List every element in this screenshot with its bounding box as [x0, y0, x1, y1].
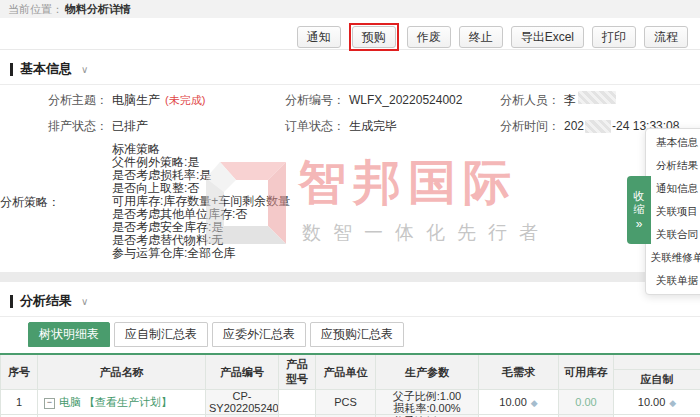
- info-row: 排产状态： 已排产 订单状态： 生成完毕 分析时间： 202-24 13:33:…: [0, 117, 700, 135]
- tab-self-make-summary[interactable]: 应自制汇总表: [114, 322, 208, 347]
- analysis-result-section-title: 分析结果: [20, 292, 72, 310]
- double-arrow-right-icon: »: [636, 218, 643, 230]
- prepurchase-button[interactable]: 预购: [352, 26, 396, 48]
- table-row: 1 −电脑 【查看生产计划】 CP-SY2022052400 PCS 父子比例:…: [1, 390, 700, 415]
- field-schedule-status: 排产状态： 已排产: [0, 117, 285, 135]
- field-value: 已排产: [112, 117, 148, 135]
- cell-no: 1: [1, 390, 38, 415]
- col-header-avail: 可用库存: [559, 354, 614, 390]
- tab-tree-detail[interactable]: 树状明细表: [28, 322, 110, 347]
- cell-production-params: 父子比例:1.00损耗率:0.00%: [376, 390, 479, 415]
- anchor-menu: 基本信息 分析结果 通知信息 关联项目 关联合同 关联维修单 关联单据: [645, 128, 700, 295]
- col-header-unit: 产品单位: [316, 354, 376, 390]
- field-value: 李: [564, 91, 576, 109]
- col-header-self-make: 应自制: [614, 370, 700, 390]
- masked-text: [578, 91, 616, 104]
- cell-product-model: [279, 390, 316, 415]
- field-strategy: 分析策略： 标准策略 父件例外策略:是 是否考虑损耗率:是 是否向上取整:否 可…: [0, 143, 700, 260]
- section-bar: [10, 295, 13, 308]
- diamond-icon[interactable]: ◆: [669, 398, 676, 408]
- col-group-header: [614, 354, 700, 370]
- tab-outsource-summary[interactable]: 应委外汇总表: [212, 322, 306, 347]
- menu-item-related-documents[interactable]: 关联单据: [646, 269, 700, 292]
- terminate-button[interactable]: 终止: [459, 26, 503, 48]
- page-title: 物料分析详情: [65, 3, 131, 15]
- masked-text: [585, 120, 611, 133]
- field-code: 分析编号： WLFX_20220524002: [285, 91, 480, 109]
- strategy-lines: 标准策略 父件例外策略:是 是否考虑损耗率:是 是否向上取整:否 可用库存:库存…: [112, 143, 290, 260]
- table-header-row: 序号 产品名称 产品编号 产品型号 产品单位 生产参数 毛需求 可用库存: [1, 354, 700, 370]
- menu-item-notify-info[interactable]: 通知信息: [646, 177, 700, 200]
- action-toolbar: 通知预购作废终止导出Excel打印流程: [0, 18, 700, 50]
- menu-item-related-contract[interactable]: 关联合同: [646, 223, 700, 246]
- field-label: 分析编号：: [285, 91, 345, 109]
- analysis-result-table: 序号 产品名称 产品编号 产品型号 产品单位 生产参数 毛需求 可用库存 应自制…: [0, 353, 700, 417]
- col-header-model: 产品型号: [279, 354, 316, 390]
- menu-item-related-project[interactable]: 关联项目: [646, 200, 700, 223]
- panel-gap: [0, 272, 700, 282]
- cell-product-code: CP-SY2022052400: [206, 390, 279, 415]
- material-analysis-detail-page: 当前位置：物料分析详情 通知预购作废终止导出Excel打印流程 基本信息 ∨ 分…: [0, 0, 700, 417]
- product-link[interactable]: 电脑: [59, 396, 81, 408]
- export-excel-button[interactable]: 导出Excel: [511, 26, 584, 48]
- basic-info-section-title: 基本信息: [20, 60, 72, 78]
- cell-product-name: −电脑 【查看生产计划】: [38, 390, 206, 415]
- unfinished-badge: (未完成): [165, 91, 205, 109]
- col-header-no: 序号: [1, 354, 38, 390]
- field-value: 生成完毕: [349, 117, 397, 135]
- col-header-gross: 毛需求: [479, 354, 559, 390]
- col-header-params: 生产参数: [376, 354, 479, 390]
- basic-info-panel: 通知预购作废终止导出Excel打印流程 基本信息 ∨ 分析主题： 电脑生产 (未…: [0, 18, 700, 272]
- field-label: 订单状态：: [285, 117, 345, 135]
- menu-item-analysis-result[interactable]: 分析结果: [646, 154, 700, 177]
- basic-info-section-header: 基本信息 ∨: [0, 50, 700, 85]
- chevron-down-icon[interactable]: ∨: [81, 64, 88, 75]
- print-button[interactable]: 打印: [592, 26, 636, 48]
- col-header-code: 产品编号: [206, 354, 279, 390]
- field-label: 分析人员：: [480, 91, 560, 109]
- tab-prepurchase-summary[interactable]: 应预购汇总表: [310, 322, 404, 347]
- cell-self-make: 10.00◆: [614, 390, 700, 415]
- breadcrumb: 当前位置：物料分析详情: [0, 0, 700, 18]
- info-row: 分析主题： 电脑生产 (未完成) 分析编号： WLFX_20220524002 …: [0, 91, 700, 109]
- analysis-result-section-header: 分析结果 ∨: [0, 282, 700, 317]
- analysis-result-panel: 分析结果 ∨ 树状明细表应自制汇总表应委外汇总表应预购汇总表 序号 产品名称 产…: [0, 282, 700, 417]
- col-header-name: 产品名称: [38, 354, 206, 390]
- diamond-icon[interactable]: ◆: [531, 398, 538, 408]
- menu-item-basic-info[interactable]: 基本信息: [646, 131, 700, 154]
- cell-product-unit: PCS: [316, 390, 376, 415]
- field-label: 分析时间：: [480, 117, 560, 135]
- result-tabs: 树状明细表应自制汇总表应委外汇总表应预购汇总表: [0, 317, 700, 347]
- field-subject: 分析主题： 电脑生产 (未完成): [0, 91, 285, 109]
- field-value: WLFX_20220524002: [349, 91, 462, 109]
- cell-gross-demand: 10.00◆: [479, 390, 559, 415]
- breadcrumb-prefix: 当前位置：: [8, 3, 63, 15]
- strategy-line: 参与运算仓库:全部仓库: [112, 247, 290, 260]
- notify-button[interactable]: 通知: [297, 26, 341, 48]
- field-label: 排产状态：: [0, 117, 108, 135]
- menu-item-related-repair-order[interactable]: 关联维修单: [646, 246, 700, 269]
- field-label: 分析主题：: [0, 91, 108, 109]
- tree-collapse-icon[interactable]: −: [44, 398, 55, 409]
- workflow-button[interactable]: 流程: [644, 26, 688, 48]
- field-label: 分析策略：: [0, 193, 108, 211]
- field-analyst: 分析人员： 李: [480, 91, 700, 109]
- section-bar: [10, 63, 13, 76]
- collapse-button[interactable]: 收缩 »: [627, 176, 651, 244]
- cell-available-stock: 0.00: [559, 390, 614, 415]
- field-order-status: 订单状态： 生成完毕: [285, 117, 480, 135]
- field-value: 电脑生产: [112, 91, 160, 109]
- chevron-down-icon[interactable]: ∨: [81, 296, 88, 307]
- collapse-button-label: 收缩: [633, 190, 645, 216]
- view-production-plan-link[interactable]: 【查看生产计划】: [84, 396, 172, 408]
- basic-info-fields: 分析主题： 电脑生产 (未完成) 分析编号： WLFX_20220524002 …: [0, 85, 700, 272]
- red-annotation-box: 预购: [349, 23, 399, 51]
- void-button[interactable]: 作废: [407, 26, 451, 48]
